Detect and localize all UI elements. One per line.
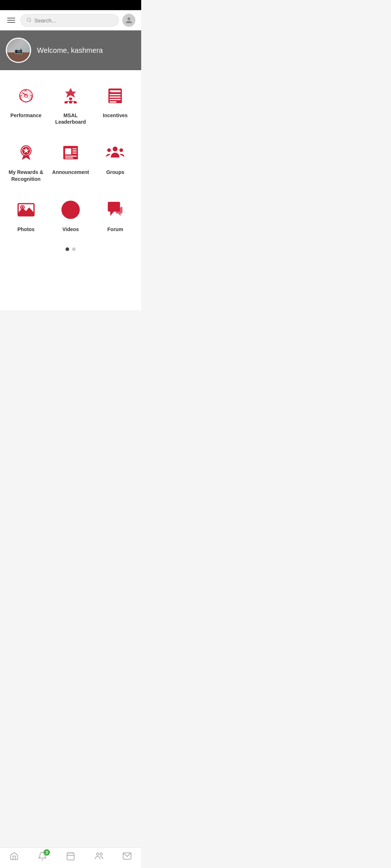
- grid-item-performance[interactable]: Performance: [4, 77, 48, 134]
- leaderboard-label: MSAL Leaderboard: [52, 112, 89, 125]
- dot-1[interactable]: [66, 247, 69, 251]
- svg-line-1: [30, 21, 31, 22]
- profile-button[interactable]: [122, 14, 135, 27]
- svg-rect-6: [69, 98, 72, 100]
- announcement-label: Announcement: [52, 169, 89, 175]
- svg-point-0: [27, 18, 30, 21]
- svg-rect-28: [72, 153, 77, 154]
- svg-rect-29: [65, 156, 77, 157]
- status-bar: [0, 0, 141, 10]
- svg-rect-17: [110, 94, 121, 95]
- grid-item-videos[interactable]: Videos: [48, 191, 93, 242]
- welcome-text: Welcome, kashmera: [37, 46, 103, 55]
- svg-rect-30: [65, 158, 73, 159]
- search-input[interactable]: [34, 17, 113, 24]
- grid-item-incentives[interactable]: $ Incentives: [93, 77, 138, 134]
- groups-icon: [104, 141, 126, 164]
- svg-rect-26: [72, 149, 77, 150]
- main-content: Performance MSAL Leaderbo: [0, 70, 141, 310]
- pagination-dots: [0, 242, 141, 260]
- svg-rect-20: [110, 101, 117, 102]
- rewards-label: My Rewards & Recognition: [7, 169, 45, 182]
- grid-item-forum[interactable]: Forum: [93, 191, 138, 242]
- performance-label: Performance: [10, 112, 42, 119]
- menu-grid: Performance MSAL Leaderbo: [0, 77, 141, 242]
- grid-item-rewards[interactable]: My Rewards & Recognition: [4, 134, 48, 191]
- svg-rect-25: [65, 149, 71, 155]
- svg-rect-3: [20, 95, 21, 96]
- header: [0, 10, 141, 30]
- svg-rect-9: [73, 101, 76, 103]
- leaderboard-icon: [59, 85, 82, 107]
- forum-icon: [104, 199, 126, 221]
- svg-point-31: [113, 147, 118, 152]
- svg-rect-27: [72, 150, 77, 152]
- photos-label: Photos: [17, 226, 34, 233]
- menu-button[interactable]: [6, 16, 17, 24]
- videos-icon: [59, 199, 82, 221]
- photos-icon: [15, 199, 37, 221]
- search-icon: [26, 17, 31, 24]
- svg-rect-18: [110, 97, 121, 98]
- svg-rect-7: [64, 101, 67, 103]
- svg-point-32: [107, 149, 111, 152]
- grid-item-photos[interactable]: Photos: [4, 191, 48, 242]
- grid-item-leaderboard[interactable]: MSAL Leaderboard: [48, 77, 93, 134]
- svg-point-33: [119, 149, 123, 152]
- svg-rect-19: [110, 99, 121, 100]
- grid-item-groups[interactable]: Groups: [93, 134, 138, 191]
- groups-label: Groups: [106, 169, 124, 175]
- avatar-photo: [7, 39, 30, 62]
- speedometer-icon: [15, 85, 37, 107]
- svg-point-36: [21, 206, 23, 208]
- svg-rect-4: [30, 95, 31, 96]
- avatar: [6, 38, 31, 63]
- svg-rect-8: [69, 101, 72, 103]
- grid-item-announcement[interactable]: Announcement: [48, 134, 93, 191]
- svg-rect-15: [110, 90, 121, 92]
- videos-label: Videos: [62, 226, 79, 233]
- svg-text:$: $: [110, 91, 111, 94]
- search-bar[interactable]: [20, 14, 119, 27]
- svg-rect-5: [26, 90, 26, 91]
- announcement-icon: [59, 141, 82, 164]
- dot-2[interactable]: [72, 247, 76, 251]
- incentives-label: Incentives: [103, 112, 127, 119]
- incentives-icon: $: [104, 85, 126, 107]
- user-icon: [125, 17, 133, 24]
- rewards-icon: [15, 141, 37, 164]
- forum-label: Forum: [108, 226, 123, 233]
- welcome-banner: Welcome, kashmera: [0, 30, 141, 70]
